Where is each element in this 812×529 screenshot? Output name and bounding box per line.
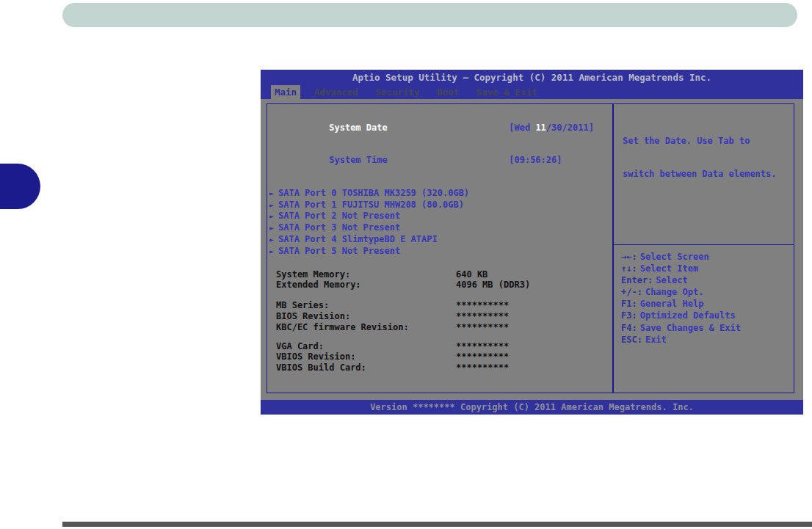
item-help-text: Set the Date. Use Tab to switch between … bbox=[614, 104, 794, 245]
key-enter: Enter:Select bbox=[621, 274, 794, 286]
bios-content-area: System Date[Wed 11/30/2011] System Time[… bbox=[261, 99, 803, 400]
system-date-value-selected: 11 bbox=[535, 123, 545, 133]
key-select-item: ↑↓:Select Item bbox=[621, 263, 794, 274]
submenu-arrow-icon: ► bbox=[269, 247, 276, 258]
info-extended-memory: Extended Memory:4096 MB (DDR3) bbox=[276, 280, 612, 291]
side-tab-marker bbox=[0, 164, 40, 209]
tab-boot[interactable]: Boot bbox=[433, 85, 463, 99]
sata-port-2-link[interactable]: ►SATA Port 2 Not Present bbox=[269, 211, 612, 222]
key-esc: ESC:Exit bbox=[621, 334, 794, 346]
main-settings-panel: System Date[Wed 11/30/2011] System Time[… bbox=[267, 103, 613, 393]
bios-menu-bar: Main Advanced Security Boot Save & Exit bbox=[261, 85, 803, 99]
left-right-arrows-icon: →←: bbox=[621, 252, 637, 262]
submenu-arrow-icon: ► bbox=[269, 200, 276, 211]
info-bios-revision: BIOS Revision:********** bbox=[276, 311, 612, 322]
help-line-2: switch between Data elements. bbox=[623, 169, 786, 180]
key-f4: F4:Save Changes & Exit bbox=[621, 322, 794, 334]
help-panel: Set the Date. Use Tab to switch between … bbox=[613, 103, 794, 393]
sata-port-4-label: SATA Port 4 SlimtypeBD E ATAPI bbox=[278, 234, 438, 244]
sata-port-5-link[interactable]: ►SATA Port 5 Not Present bbox=[269, 246, 612, 258]
sata-port-0-label: SATA Port 0 TOSHIBA MK3259 (320.0GB) bbox=[278, 188, 469, 198]
key-change-opt: +/-:Change Opt. bbox=[621, 286, 794, 298]
sata-port-3-label: SATA Port 3 Not Present bbox=[278, 222, 400, 233]
field-system-time[interactable]: System Time[09:56:26] bbox=[276, 144, 612, 176]
info-system-memory: System Memory:640 KB bbox=[276, 269, 612, 280]
key-select-screen: →←:Select Screen bbox=[621, 251, 794, 263]
submenu-arrow-icon: ► bbox=[269, 223, 276, 234]
tab-main[interactable]: Main bbox=[271, 85, 300, 99]
page-bottom-rule bbox=[62, 522, 812, 527]
sata-port-1-link[interactable]: ►SATA Port 1 FUJITSU MHW208 (80.0GB) bbox=[269, 200, 612, 211]
sata-port-3-link[interactable]: ►SATA Port 3 Not Present bbox=[269, 222, 612, 234]
help-line-1: Set the Date. Use Tab to bbox=[623, 136, 786, 147]
submenu-arrow-icon: ► bbox=[269, 189, 276, 200]
submenu-arrow-icon: ► bbox=[269, 235, 276, 246]
info-vbios-build-card: VBIOS Build Card:********** bbox=[276, 362, 612, 373]
info-kbc-ec-revision: KBC/EC firmware Revision:********** bbox=[276, 322, 612, 333]
tab-security[interactable]: Security bbox=[371, 85, 423, 99]
up-down-arrows-icon: ↑↓: bbox=[621, 263, 637, 274]
sata-port-5-label: SATA Port 5 Not Present bbox=[278, 246, 400, 256]
sata-port-4-link[interactable]: ►SATA Port 4 SlimtypeBD E ATAPI bbox=[269, 234, 612, 246]
bios-setup-screen: Aptio Setup Utility – Copyright (C) 2011… bbox=[261, 70, 803, 415]
system-date-label: System Date bbox=[329, 123, 509, 134]
sata-port-2-label: SATA Port 2 Not Present bbox=[278, 211, 400, 221]
submenu-arrow-icon: ► bbox=[269, 211, 276, 222]
key-legend: →←:Select Screen ↑↓:Select Item Enter:Se… bbox=[614, 245, 794, 346]
page-header-bar bbox=[62, 3, 797, 27]
bios-status-bar: Version ******** Copyright (C) 2011 Amer… bbox=[261, 400, 803, 415]
key-f3: F3:Optimized Defaults bbox=[621, 310, 794, 321]
system-time-label: System Time bbox=[329, 155, 509, 166]
bios-title-bar: Aptio Setup Utility – Copyright (C) 2011… bbox=[261, 70, 803, 85]
system-time-value: [09:56:26] bbox=[509, 155, 562, 165]
sata-port-0-link[interactable]: ►SATA Port 0 TOSHIBA MK3259 (320.0GB) bbox=[269, 188, 612, 200]
field-system-date[interactable]: System Date[Wed 11/30/2011] bbox=[276, 112, 612, 144]
key-f1: F1:General Help bbox=[621, 298, 794, 310]
info-vbios-revision: VBIOS Revision:********** bbox=[276, 351, 612, 362]
system-date-value-rest: /30/2011] bbox=[546, 123, 594, 133]
info-vga-card: VGA Card:********** bbox=[276, 341, 612, 352]
document-page: Aptio Setup Utility – Copyright (C) 2011… bbox=[0, 0, 812, 529]
tab-save-exit[interactable]: Save & Exit bbox=[473, 85, 541, 99]
system-date-value: [Wed bbox=[509, 123, 535, 133]
sata-port-1-label: SATA Port 1 FUJITSU MHW208 (80.0GB) bbox=[278, 200, 464, 210]
info-mb-series: MB Series:********** bbox=[276, 300, 612, 311]
tab-advanced[interactable]: Advanced bbox=[311, 85, 362, 99]
